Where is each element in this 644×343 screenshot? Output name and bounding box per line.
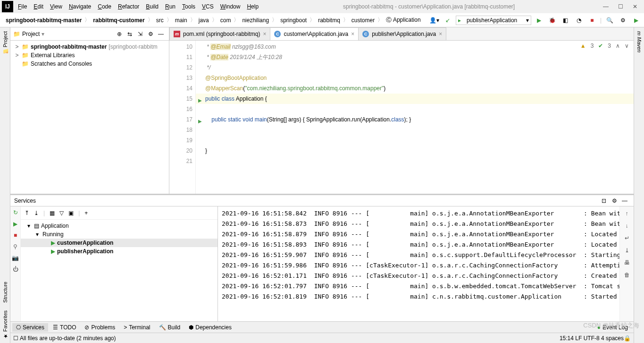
menu-help[interactable]: Help xyxy=(244,1,261,12)
breadcrumb-item[interactable]: Ⓒ Application xyxy=(383,15,423,26)
ide-settings-icon[interactable]: ⚙ xyxy=(618,15,628,26)
breadcrumb-item[interactable]: com xyxy=(217,16,234,25)
profile-icon[interactable]: ◔ xyxy=(574,15,584,26)
tree-row[interactable]: 📁Scratches and Consoles xyxy=(10,60,169,68)
menu-vcs[interactable]: VCS xyxy=(199,1,217,12)
bottom-tab-terminal[interactable]: >Terminal xyxy=(120,323,154,332)
breadcrumb-item[interactable]: customer xyxy=(349,16,377,25)
scroll-down-icon[interactable]: ↓ xyxy=(626,223,628,229)
bottom-tab-services[interactable]: ⎔Services xyxy=(12,323,48,332)
status-right[interactable]: 15:14 LF UTF-8 4 spaces xyxy=(560,335,624,342)
search-icon[interactable]: 🔍 xyxy=(604,15,615,26)
maximize-icon[interactable]: ☐ xyxy=(618,3,623,10)
run-icon[interactable]: ▶ xyxy=(534,15,544,26)
editor-tabs: mpom.xml (springboot-rabbitmq)×Ccustomer… xyxy=(169,27,634,41)
services-tree[interactable]: ▾▤ Application▾ Running ▶ customerApplic… xyxy=(21,220,217,321)
scroll-to-end-icon[interactable]: ⤓ xyxy=(625,247,629,254)
close-tab-icon[interactable]: × xyxy=(439,31,442,37)
editor-tab[interactable]: mpom.xml (springboot-rabbitmq)× xyxy=(169,27,270,40)
hide-icon[interactable]: — xyxy=(156,29,166,39)
filter-icon[interactable]: ▽ xyxy=(59,210,64,216)
bottom-tab-problems[interactable]: ⊘Problems xyxy=(81,323,119,332)
favorites-tool-tab[interactable]: ★ Favorites xyxy=(1,307,9,343)
debug-icon[interactable]: 🐞 xyxy=(547,15,558,26)
minimize-icon[interactable]: — xyxy=(603,3,609,10)
print-icon[interactable]: 🖶 xyxy=(624,259,630,266)
services-restore-layout-icon[interactable]: ⊡ xyxy=(599,196,609,206)
group-icon[interactable]: ▦ xyxy=(50,210,55,216)
hide-icon[interactable]: — xyxy=(619,196,630,206)
bottom-tab-build[interactable]: 🔨Build xyxy=(155,323,184,332)
code-editor[interactable]: * @Email nzlsgg@163.com * @Date 2019/1/2… xyxy=(196,41,634,194)
menu-build[interactable]: Build xyxy=(143,1,161,12)
layout-icon[interactable]: ▣ xyxy=(68,210,74,216)
coverage-icon[interactable]: ◧ xyxy=(560,15,571,26)
services-tree-row[interactable]: ▾▤ Application xyxy=(21,222,217,230)
hammer-build-icon[interactable]: ↙ xyxy=(443,15,453,26)
gear-icon[interactable]: ⚙ xyxy=(145,29,156,39)
locate-icon[interactable]: ⊕ xyxy=(114,29,125,39)
menu-window[interactable]: Window xyxy=(217,1,243,12)
menu-navigate[interactable]: Navigate xyxy=(66,1,94,12)
event-log-tab[interactable]: ●Event Log xyxy=(594,323,632,332)
add-icon[interactable]: + xyxy=(84,210,88,216)
console-log[interactable]: 2021-09-16 16:51:58.842 INFO 8916 --- [ … xyxy=(218,206,619,321)
editor-tab[interactable]: Ccustomer\Application.java× xyxy=(270,27,359,40)
collapse-icon[interactable]: ⇆ xyxy=(125,29,135,39)
menu-tools[interactable]: Tools xyxy=(179,1,198,12)
editor-body: ▲3 ✔3 ∧∨ 101112131415▶1617▶18192021 * @E… xyxy=(169,41,634,194)
attach-debugger-icon[interactable]: ⚲ xyxy=(13,243,17,250)
expand-icon[interactable]: ⇲ xyxy=(135,29,145,39)
menu-refactor[interactable]: Refactor xyxy=(115,1,142,12)
soft-wrap-icon[interactable]: ↵ xyxy=(625,235,629,241)
breadcrumb-item[interactable]: java xyxy=(196,16,212,25)
run-anything-icon[interactable]: ▶ xyxy=(631,15,641,26)
exit-icon[interactable]: ⏻ xyxy=(13,266,18,273)
editor-tab[interactable]: Cpublisher\Application.java× xyxy=(358,27,446,40)
services-tree-row[interactable]: ▶ customerApplication xyxy=(21,239,217,247)
run-config-combo[interactable]: ▸ publisherApplication ▾ xyxy=(456,16,531,25)
collapse-all-icon[interactable]: ⤓ xyxy=(34,210,39,216)
run-config-label: publisherApplication xyxy=(467,17,517,24)
breadcrumb-item[interactable]: rabbitmq xyxy=(315,16,343,25)
expand-all-icon[interactable]: ⤒ xyxy=(25,210,29,216)
stop-icon[interactable]: ■ xyxy=(14,232,17,239)
user-icon[interactable]: 👤▾ xyxy=(429,15,440,26)
breadcrumb-item[interactable]: src xyxy=(153,16,167,25)
breadcrumb-item[interactable]: niezhiliang xyxy=(239,16,272,25)
navigation-bar: springboot-rabbitmq-master〉rabbitmq-cust… xyxy=(0,13,644,27)
gear-icon[interactable]: ⚙ xyxy=(609,196,619,206)
window-controls: — ☐ ✕ xyxy=(596,3,644,10)
rerun-icon[interactable]: ↻ xyxy=(13,209,18,216)
scroll-up-icon[interactable]: ↑ xyxy=(626,210,628,217)
breadcrumb-item[interactable]: rabbitmq-customer xyxy=(90,16,147,25)
close-tab-icon[interactable]: × xyxy=(351,31,354,37)
structure-tool-tab[interactable]: Structure xyxy=(1,278,9,307)
project-tree[interactable]: >📁springboot-rabbitmq-master [springboot… xyxy=(10,41,169,194)
lock-icon[interactable]: 🔒 xyxy=(624,335,631,342)
inspection-widget[interactable]: ▲3 ✔3 ∧∨ xyxy=(580,43,629,49)
breadcrumb-item[interactable]: springboot xyxy=(277,16,309,25)
breadcrumb-item[interactable]: main xyxy=(172,16,190,25)
bottom-tab-todo[interactable]: ☰TODO xyxy=(49,323,80,332)
camera-icon[interactable]: 📷 xyxy=(12,255,19,261)
menu-edit[interactable]: Edit xyxy=(31,1,46,12)
menu-run[interactable]: Run xyxy=(162,1,178,12)
project-tool-tab[interactable]: 📁 Project xyxy=(1,27,9,59)
services-run-toolbar: ↻ ▶ ■ ⚲ 📷 ⏻ xyxy=(10,206,21,321)
tree-row[interactable]: >📁springboot-rabbitmq-master [springboot… xyxy=(10,43,169,51)
menu-code[interactable]: Code xyxy=(95,1,114,12)
maven-tool-tab[interactable]: m Maven xyxy=(636,27,643,56)
run-icon[interactable]: ▶ xyxy=(13,221,17,227)
clear-icon[interactable]: 🗑 xyxy=(624,272,630,278)
menu-view[interactable]: View xyxy=(47,1,65,12)
close-icon[interactable]: ✕ xyxy=(633,3,637,10)
breadcrumb-item[interactable]: springboot-rabbitmq-master xyxy=(3,16,84,25)
close-tab-icon[interactable]: × xyxy=(263,31,266,37)
bottom-tab-dependencies[interactable]: ⬢Dependencies xyxy=(185,323,235,332)
tree-row[interactable]: >📁External Libraries xyxy=(10,51,169,60)
services-tree-row[interactable]: ▶ publisherApplication xyxy=(21,247,217,256)
services-tree-row[interactable]: ▾ Running xyxy=(21,230,217,239)
menu-file[interactable]: File xyxy=(15,1,30,12)
stop-icon[interactable]: ■ xyxy=(587,15,597,26)
